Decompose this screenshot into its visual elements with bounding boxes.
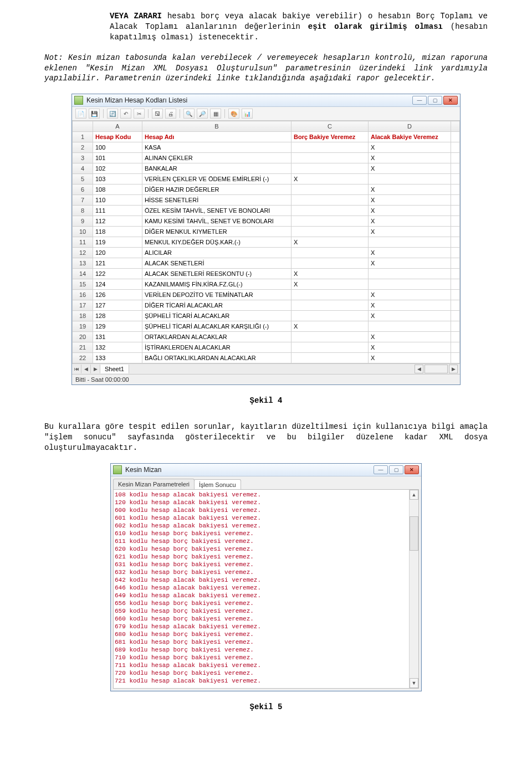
alacak-bakiye-cell[interactable]: X [369,300,451,311]
hesap-adi-cell[interactable]: ŞÜPHELİ TİCARİ ALACAKLAR KARŞILIĞI (-) [142,321,291,332]
grid-icon[interactable]: ▦ [210,109,221,119]
hesap-kodu-cell[interactable]: 132 [93,342,142,353]
table-row[interactable]: 5103VERİLEN ÇEKLER VE ÖDEME EMİRLERİ (-)… [73,174,460,184]
hesap-adi-cell[interactable]: MENKUL KIY.DEĞER DÜŞ.KAR.(-) [142,237,291,248]
alacak-bakiye-cell[interactable]: X [369,216,451,227]
table-row[interactable]: 11119MENKUL KIY.DEĞER DÜŞ.KAR.(-)X [73,237,460,248]
alacak-bakiye-cell[interactable]: X [369,227,451,237]
hesap-kodu-cell[interactable]: 112 [93,216,142,227]
row-number[interactable]: 21 [73,342,93,353]
table-row[interactable]: 17127DİĞER TİCARİ ALACAKLARX [73,300,460,311]
row-number[interactable]: 4 [73,163,93,174]
hesap-kodu-cell[interactable]: 131 [93,332,142,342]
hesap-adi-cell[interactable]: DİĞER MENKUL KIYMETLER [142,227,291,237]
borc-bakiye-cell[interactable] [291,248,369,258]
table-row[interactable]: 10118DİĞER MENKUL KIYMETLERX [73,227,460,237]
row-number[interactable]: 1 [73,132,93,142]
palette-icon[interactable]: 🎨 [228,109,239,119]
borc-bakiye-cell[interactable] [291,163,369,174]
scroll-up-button[interactable]: ▲ [410,490,418,500]
alacak-bakiye-cell[interactable]: X [369,342,451,353]
hesap-kodu-cell[interactable]: 110 [93,195,142,206]
table-row[interactable]: 21132İŞTİRAKLERDEN ALACAKLARX [73,342,460,353]
hscroll-thumb[interactable] [424,365,448,373]
row-number[interactable]: 5 [73,174,93,184]
file-icon[interactable]: 📄 [75,109,86,119]
hesap-kodu-cell[interactable]: 119 [93,237,142,248]
hesap-adi-cell[interactable]: KASA [142,142,291,153]
borc-bakiye-cell[interactable] [291,195,369,206]
zoom-out-icon[interactable]: 🔎 [197,109,208,119]
borc-bakiye-cell[interactable]: X [291,321,369,332]
alacak-bakiye-cell[interactable] [369,174,451,184]
close-button[interactable]: ✕ [443,96,458,105]
alacak-bakiye-cell[interactable]: X [369,184,451,195]
hesap-adi-cell[interactable]: ALACAK SENETLERİ REESKONTU (-) [142,269,291,279]
sheet-nav-next[interactable]: ▶ [91,365,100,373]
row-number[interactable]: 15 [73,279,93,290]
scroll-down-button[interactable]: ▼ [410,678,418,688]
refresh-icon[interactable]: 🔄 [107,109,118,119]
hesap-kodu-cell[interactable]: 108 [93,184,142,195]
alacak-bakiye-cell[interactable] [369,321,451,332]
hesap-kodu-cell[interactable]: 100 [93,142,142,153]
hesap-adi-cell[interactable]: ORTAKLARDAN ALACAKLAR [142,332,291,342]
row-number[interactable]: 7 [73,195,93,206]
row-number[interactable]: 10 [73,227,93,237]
borc-bakiye-cell[interactable] [291,258,369,269]
hscroll-left[interactable]: ◀ [415,365,423,373]
sheet-tab-1[interactable]: Sheet1 [100,365,129,373]
borc-bakiye-cell[interactable] [291,184,369,195]
borc-bakiye-cell[interactable] [291,353,369,363]
table-row[interactable]: 18128ŞÜPHELİ TİCARİ ALACAKLARX [73,311,460,321]
alacak-bakiye-cell[interactable] [369,279,451,290]
alacak-bakiye-cell[interactable]: X [369,195,451,206]
maximize-button[interactable]: ▢ [389,465,403,474]
table-row[interactable]: 2100KASAX [73,142,460,153]
table-row[interactable]: 20131ORTAKLARDAN ALACAKLARX [73,332,460,342]
hesap-kodu-cell[interactable]: 126 [93,290,142,300]
alacak-bakiye-cell[interactable]: X [369,258,451,269]
table-row[interactable]: 8111ÖZEL KESİM TAHVİL, SENET VE BONOLARI… [73,206,460,216]
minimize-button[interactable]: — [412,96,427,105]
table-row[interactable]: 13121ALACAK SENETLERİX [73,258,460,269]
alacak-bakiye-cell[interactable] [369,269,451,279]
row-number[interactable]: 2 [73,142,93,153]
zoom-in-icon[interactable]: 🔍 [183,109,195,119]
hesap-kodu-cell[interactable]: 128 [93,311,142,321]
table-row[interactable]: 22133BAĞLI ORTAKLIKLARDAN ALACAKLARX [73,353,460,363]
minimize-button[interactable]: — [374,465,388,474]
row-number[interactable]: 20 [73,332,93,342]
table-row[interactable]: 4102BANKALARX [73,163,460,174]
row-number[interactable]: 11 [73,237,93,248]
alacak-bakiye-cell[interactable]: X [369,142,451,153]
hesap-adi-cell[interactable]: DİĞER TİCARİ ALACAKLAR [142,300,291,311]
column-header[interactable]: A [93,121,142,132]
table-row[interactable]: 16126VERİLEN DEPOZİTO VE TEMİNATLARX [73,290,460,300]
alacak-bakiye-cell[interactable]: X [369,163,451,174]
column-header[interactable] [73,121,93,132]
hesap-adi-cell[interactable]: KAMU KESİMİ TAHVİL, SENET VE BONOLARI [142,216,291,227]
hesap-adi-cell[interactable]: KAZANILMAMIŞ FİN.KİRA.FZ.GL(-) [142,279,291,290]
hscroll-right[interactable]: ▶ [449,365,458,373]
spreadsheet-grid[interactable]: ABCD 1Hesap KoduHesap AdıBorç Bakiye Ver… [72,121,460,363]
save-icon[interactable]: 💾 [89,109,100,119]
hesap-kodu-cell[interactable]: 102 [93,163,142,174]
row-number[interactable]: 3 [73,153,93,163]
alacak-bakiye-cell[interactable]: X [369,206,451,216]
borc-bakiye-cell[interactable] [291,290,369,300]
borc-bakiye-cell[interactable] [291,153,369,163]
alacak-bakiye-cell[interactable] [369,237,451,248]
alacak-bakiye-cell[interactable]: X [369,353,451,363]
row-number[interactable]: 17 [73,300,93,311]
row-number[interactable]: 16 [73,290,93,300]
hesap-adi-cell[interactable]: VERİLEN ÇEKLER VE ÖDEME EMİRLERİ (-) [142,174,291,184]
scroll-thumb[interactable] [410,516,418,551]
row-number[interactable]: 18 [73,311,93,321]
undo-icon[interactable]: ↶ [120,109,131,119]
borc-bakiye-cell[interactable] [291,311,369,321]
table-row[interactable]: 3101ALINAN ÇEKLERX [73,153,460,163]
chart-icon[interactable]: 📊 [242,109,253,119]
borc-bakiye-cell[interactable] [291,142,369,153]
hesap-kodu-cell[interactable]: 120 [93,248,142,258]
